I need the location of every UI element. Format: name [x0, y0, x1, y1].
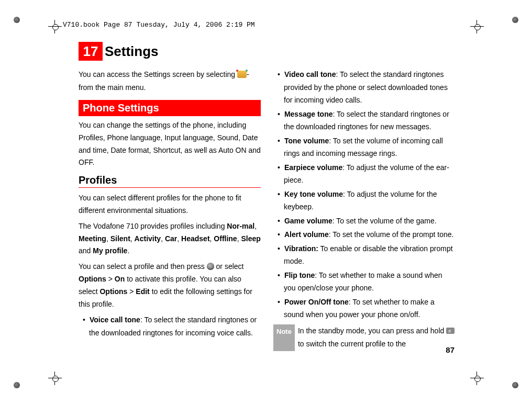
profile-name: Nor-mal — [227, 222, 254, 230]
list-item: Video call tone: To select the standard … — [273, 68, 456, 107]
register-mark-icon — [48, 20, 62, 33]
profile-name: Car — [165, 234, 177, 243]
profiles-list-paragraph: The Vodafone 710 provides profiles inclu… — [79, 220, 261, 257]
text: > — [106, 275, 115, 283]
list-item: Key tone volume: To adjust the volume fo… — [273, 188, 456, 213]
text: to switch the current profile to the — [298, 340, 406, 348]
setting-name: Alert volume — [284, 230, 329, 239]
settings-bullet-list: Voice call tone: To select the standard … — [79, 313, 261, 339]
intro-paragraph: You can access the Settings screen by se… — [79, 68, 261, 94]
register-mark-icon — [470, 372, 484, 385]
setting-name: Power On/Off tone — [284, 298, 349, 306]
setting-name: Message tone — [284, 110, 333, 118]
setting-name: Flip tone — [284, 271, 315, 279]
profile-name: Headset — [181, 234, 209, 243]
setting-name: Game volume — [284, 217, 332, 225]
section-paragraph: You can change the settings of the phone… — [79, 119, 261, 169]
column-right: Video call tone: To select the standard … — [273, 68, 456, 351]
chapter-title: Settings — [105, 43, 159, 60]
profiles-paragraph: You can select different profiles for th… — [79, 192, 261, 217]
setting-name: Tone volume — [284, 137, 329, 145]
corner-dot-icon — [14, 382, 20, 388]
list-item: Vibration: To enable or disable the vibr… — [273, 242, 456, 268]
profile-name: Silent — [110, 234, 130, 243]
subsection-heading: Profiles — [79, 174, 261, 188]
text: > — [127, 287, 136, 296]
chapter-number: 17 — [79, 42, 103, 61]
menu-path: Options — [99, 287, 127, 296]
print-header: V710.book Page 87 Tuesday, July 4, 2006 … — [63, 21, 469, 29]
note-label: Note — [273, 324, 295, 352]
list-item: Alert volume: To set the volume of the p… — [273, 228, 456, 241]
text: . — [127, 246, 129, 255]
setting-name: Earpiece volume — [284, 163, 342, 172]
menu-path: Edit — [136, 287, 149, 296]
setting-desc: : To set the volume of the prompt tone. — [329, 230, 454, 239]
profile-name: Offline — [214, 234, 237, 243]
profile-name: Sleep — [241, 234, 260, 243]
text: The Vodafone 710 provides profiles inclu… — [79, 222, 227, 230]
list-item: Message tone: To select the standard rin… — [273, 108, 456, 133]
column-left: You can access the Settings screen by se… — [79, 68, 261, 351]
corner-dot-icon — [512, 382, 518, 388]
menu-path: On — [115, 275, 125, 283]
intro-text: You can access the Settings screen by se… — [79, 70, 235, 78]
list-item: Power On/Off tone: To set whether to mak… — [273, 296, 456, 321]
profile-name: My profile — [93, 246, 127, 255]
list-item: Flip tone: To set whether to make a soun… — [273, 269, 456, 295]
text: In the standby mode, you can press and h… — [298, 327, 446, 335]
list-item: Earpiece volume: To adjust the volume of… — [273, 161, 456, 187]
profile-name: Activity — [135, 234, 161, 243]
register-mark-icon — [470, 20, 484, 33]
note-text: In the standby mode, you can press and h… — [298, 324, 456, 352]
nav-button-icon — [207, 263, 214, 270]
settings-menu-icon — [237, 71, 247, 78]
corner-dot-icon — [512, 17, 518, 23]
note-block: Note In the standby mode, you can press … — [273, 324, 456, 352]
setting-desc: : To set the volume of the game. — [332, 217, 437, 225]
list-item: Voice call tone: To select the standard … — [79, 313, 261, 339]
setting-name: Key tone volume — [284, 190, 343, 198]
list-item: Game volume: To set the volume of the ga… — [273, 215, 456, 228]
profile-name: Meeting — [79, 234, 106, 243]
profiles-instructions: You can select a profile and then press … — [79, 261, 261, 310]
section-heading-bar: Phone Settings — [79, 100, 261, 116]
register-mark-icon — [48, 372, 62, 385]
setting-name: Voice call tone — [90, 316, 140, 324]
text: or select — [214, 262, 244, 271]
setting-name: Video call tone — [284, 70, 336, 78]
page-number: 87 — [446, 345, 455, 354]
text: You can select a profile and then press — [79, 262, 207, 271]
setting-name: Vibration: — [284, 244, 318, 253]
corner-dot-icon — [14, 17, 20, 23]
hash-key-icon — [446, 328, 455, 334]
chapter-heading: 17 Settings — [79, 42, 456, 61]
menu-path: Options — [79, 275, 106, 283]
settings-bullet-list: Video call tone: To select the standard … — [273, 68, 456, 321]
list-item: Tone volume: To set the volume of incomi… — [273, 134, 456, 160]
page-content: 17 Settings You can access the Settings … — [79, 42, 456, 351]
